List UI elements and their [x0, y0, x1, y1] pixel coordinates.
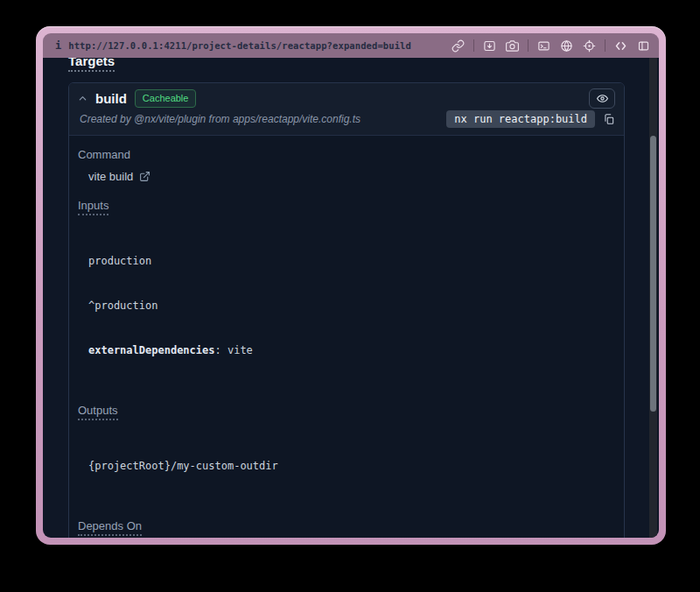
toolbar-separator — [528, 39, 528, 52]
link-icon[interactable] — [451, 39, 466, 53]
toolbar-actions — [451, 39, 651, 53]
inputs-section-label: Inputs — [78, 199, 615, 215]
copy-icon[interactable] — [603, 113, 615, 125]
terminal-icon[interactable] — [536, 39, 551, 53]
window-inner: i http://127.0.0.1:4211/project-details/… — [43, 33, 659, 538]
browser-window: i http://127.0.0.1:4211/project-details/… — [36, 26, 666, 545]
build-card-title-row: build Cacheable — [69, 83, 624, 109]
code-icon[interactable] — [613, 39, 628, 53]
scrollbar-thumb[interactable] — [650, 136, 656, 412]
info-icon: i — [55, 40, 61, 51]
card-divider — [69, 135, 624, 136]
cacheable-badge[interactable]: Cacheable — [135, 89, 197, 107]
external-link-icon — [139, 171, 150, 182]
build-card-body: Command vite build Inputs production ^pr… — [69, 148, 624, 538]
input-item-named: externalDependencies: vite — [88, 343, 615, 358]
build-card-sub-row: Created by @nx/vite/plugin from apps/rea… — [69, 109, 624, 135]
outputs-section-label: Outputs — [78, 404, 615, 420]
command-value-link[interactable]: vite build — [78, 170, 615, 183]
view-target-graph-button[interactable] — [589, 88, 615, 109]
command-section-label: Command — [78, 148, 615, 161]
browser-toolbar: i http://127.0.0.1:4211/project-details/… — [43, 33, 659, 58]
created-by-text: Created by @nx/vite/plugin from apps/rea… — [80, 113, 360, 125]
camera-icon[interactable] — [505, 39, 520, 53]
scrollbar-track[interactable] — [649, 58, 657, 538]
target-card-build: build Cacheable Created by @nx/vite/plug… — [68, 82, 625, 538]
address-bar[interactable]: http://127.0.0.1:4211/project-details/re… — [68, 40, 411, 51]
crosshair-icon[interactable] — [582, 39, 597, 53]
inputs-list: production ^production externalDependenc… — [78, 224, 615, 388]
build-card-header[interactable]: build Cacheable Created by @nx/vite/plug… — [69, 83, 624, 135]
eye-icon — [597, 93, 608, 104]
target-name: build — [95, 91, 127, 106]
toolbar-separator — [473, 39, 474, 52]
output-item: {projectRoot}/my-custom-outdir — [88, 459, 615, 474]
globe-icon[interactable] — [559, 39, 574, 53]
depends-on-section-label: Depends On — [78, 519, 615, 536]
input-item: ^production — [88, 299, 615, 314]
toolbar-separator — [605, 39, 606, 52]
command-value: vite build — [88, 170, 133, 183]
input-item: production — [88, 254, 615, 269]
split-view-icon[interactable] — [636, 39, 651, 53]
page-content: Targets build Cacheable — [43, 58, 659, 538]
save-frame-icon[interactable] — [482, 39, 497, 53]
outputs-list: {projectRoot}/my-custom-outdir — [78, 429, 615, 504]
run-command-chip: nx run reactapp:build — [446, 110, 595, 128]
chevron-up-icon[interactable] — [78, 94, 88, 103]
run-command-group: nx run reactapp:build — [446, 110, 615, 128]
targets-heading: Targets — [68, 58, 640, 72]
targets-heading-label[interactable]: Targets — [68, 58, 115, 72]
